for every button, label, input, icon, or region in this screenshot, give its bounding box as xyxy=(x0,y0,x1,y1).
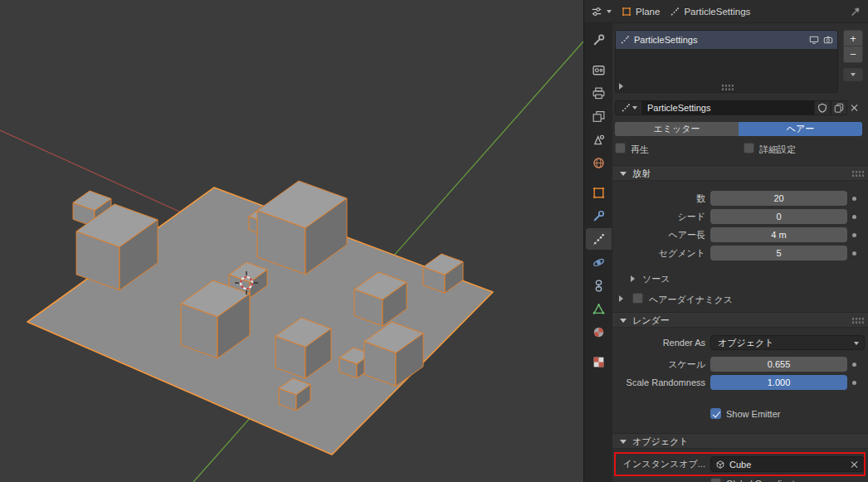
mode-tab-emitter[interactable]: エミッター xyxy=(615,122,739,136)
physics-icon xyxy=(592,256,606,270)
clear-object-icon[interactable] xyxy=(850,460,860,470)
material-icon xyxy=(592,325,606,339)
tab-tool[interactable] xyxy=(586,29,612,51)
constraints-icon xyxy=(592,279,606,293)
segments-field[interactable]: 5 xyxy=(710,246,847,260)
source-panel-label[interactable]: ソース xyxy=(642,273,671,285)
panel-drag-grip[interactable] xyxy=(851,317,864,324)
view-layer-icon xyxy=(592,110,606,124)
hair-dynamics-checkbox[interactable] xyxy=(632,293,643,304)
scale-field[interactable]: 0.655 xyxy=(710,357,847,372)
editor-type-button[interactable] xyxy=(591,6,612,17)
tab-material[interactable] xyxy=(586,321,612,343)
mode-tab-hair[interactable]: ヘアー xyxy=(739,122,862,136)
number-label: 数 xyxy=(612,191,705,206)
tab-scene[interactable] xyxy=(586,129,612,150)
instance-object-field[interactable]: Cube xyxy=(710,456,865,472)
tab-render[interactable] xyxy=(586,59,612,80)
remove-slot-button[interactable]: − xyxy=(843,46,863,63)
animate-dot[interactable] xyxy=(852,381,856,385)
animate-dot[interactable] xyxy=(852,215,856,219)
output-icon xyxy=(592,86,606,100)
unlink-datablock-icon[interactable] xyxy=(850,103,860,113)
list-resize-grip[interactable] xyxy=(721,84,734,91)
scene-icon xyxy=(592,133,606,147)
render-display-icon[interactable] xyxy=(823,35,833,45)
blender-window: Plane ParticleSettings xyxy=(0,0,868,482)
viewport-canvas[interactable] xyxy=(0,0,583,482)
modifiers-wrench-icon xyxy=(592,209,606,223)
breadcrumb-object-label: Plane xyxy=(636,7,660,17)
advanced-checkbox[interactable] xyxy=(744,143,754,153)
slot-name: ParticleSettings xyxy=(634,35,805,45)
seed-field[interactable]: 0 xyxy=(710,209,847,224)
hair-dynamics-label[interactable]: ヘアーダイナミクス xyxy=(649,294,733,306)
list-filter-expand-icon[interactable] xyxy=(619,83,623,90)
texture-icon xyxy=(592,355,606,369)
tab-texture[interactable] xyxy=(586,351,612,372)
tab-output[interactable] xyxy=(586,82,612,104)
world-icon xyxy=(592,156,606,170)
fake-user-button[interactable] xyxy=(814,100,831,115)
panel-open-icon xyxy=(620,319,627,323)
tab-particles[interactable] xyxy=(586,228,612,250)
particle-system-list[interactable]: ParticleSettings xyxy=(615,30,838,93)
global-coordinates-label: Global Coordinates xyxy=(726,479,804,482)
properties-editor: Plane ParticleSettings xyxy=(583,0,868,482)
viewport-display-icon[interactable] xyxy=(809,35,819,45)
emission-panel-header[interactable]: 放射 xyxy=(612,165,868,181)
datablock-name-field[interactable]: ParticleSettings xyxy=(642,100,814,115)
panel-closed-icon[interactable] xyxy=(631,275,635,282)
cube-icon xyxy=(715,460,725,470)
panel-drag-grip[interactable] xyxy=(851,170,864,178)
render-as-label: Render As xyxy=(612,335,705,350)
emission-title: 放射 xyxy=(632,166,651,181)
render-panel-header[interactable]: レンダー xyxy=(612,312,868,328)
number-field[interactable]: 20 xyxy=(710,191,847,206)
scale-randomness-slider[interactable]: 1.000 xyxy=(710,375,847,390)
breadcrumb-object[interactable]: Plane xyxy=(622,7,660,17)
3d-viewport[interactable] xyxy=(0,0,583,482)
instance-object-value: Cube xyxy=(729,460,846,470)
breadcrumb-data[interactable]: ParticleSettings xyxy=(670,7,750,17)
tab-constraints[interactable] xyxy=(586,275,612,296)
animate-dot[interactable] xyxy=(852,363,856,367)
animate-dot[interactable] xyxy=(852,197,856,201)
hair-length-label: ヘアー長 xyxy=(612,227,705,242)
pin-icon[interactable] xyxy=(850,6,861,17)
tab-object-data[interactable] xyxy=(586,298,612,319)
advanced-label: 詳細設定 xyxy=(759,144,796,156)
tab-world[interactable] xyxy=(586,152,612,173)
object-panel-header[interactable]: オブジェクト xyxy=(612,433,868,449)
add-slot-button[interactable]: + xyxy=(843,30,863,46)
panel-closed-icon[interactable] xyxy=(619,295,623,302)
global-coordinates-checkbox[interactable] xyxy=(710,478,721,482)
render-title: レンダー xyxy=(632,313,670,328)
id-type-dropdown[interactable] xyxy=(615,100,642,115)
particles-icon xyxy=(670,7,680,17)
animate-dot[interactable] xyxy=(852,233,856,237)
particle-system-slot[interactable]: ParticleSettings xyxy=(616,31,837,49)
render-as-dropdown[interactable]: オブジェクト xyxy=(710,335,865,350)
particles-icon xyxy=(621,103,631,113)
tool-icon xyxy=(592,33,606,47)
tab-object[interactable] xyxy=(586,182,612,203)
tab-physics[interactable] xyxy=(586,251,612,273)
specials-menu-button[interactable] xyxy=(843,68,863,81)
show-emitter-label: Show Emitter xyxy=(726,409,780,419)
tab-modifiers[interactable] xyxy=(586,205,612,226)
tab-view-layer[interactable] xyxy=(586,105,612,127)
render-as-value: オブジェクト xyxy=(718,338,774,348)
render-icon xyxy=(592,63,606,77)
duplicate-datablock-button[interactable] xyxy=(831,100,847,115)
properties-tabs xyxy=(584,23,612,482)
list-side-buttons: + − xyxy=(843,30,863,81)
show-emitter-checkbox[interactable] xyxy=(710,408,721,419)
hair-length-field[interactable]: 4 m xyxy=(710,227,847,242)
animate-dot[interactable] xyxy=(852,251,856,256)
chevron-down-icon xyxy=(851,73,856,76)
chevron-down-icon xyxy=(607,10,612,13)
breadcrumb-data-label: ParticleSettings xyxy=(684,7,750,17)
regrow-checkbox[interactable] xyxy=(615,143,626,153)
shield-icon xyxy=(817,103,827,113)
